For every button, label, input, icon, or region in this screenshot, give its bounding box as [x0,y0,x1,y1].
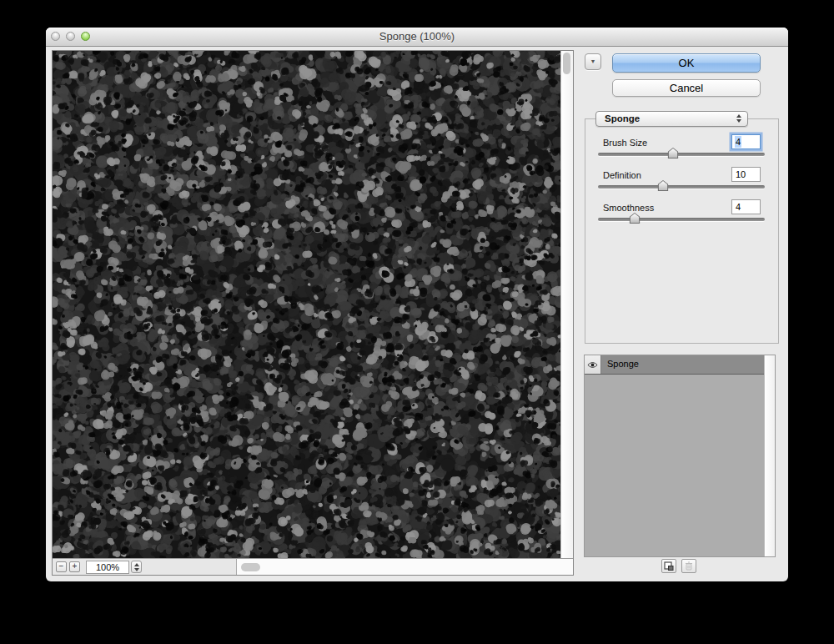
brush-size-slider[interactable] [598,147,765,158]
smoothness-slider-thumb[interactable] [630,213,641,224]
effect-layer-row[interactable]: Sponge [585,355,764,375]
zoom-in-button[interactable]: + [69,561,80,572]
vertical-scrollbar-thumb[interactable] [563,53,570,74]
panel-disclosure-button[interactable]: ▼ [585,53,601,70]
definition-slider[interactable] [598,179,765,191]
ok-button[interactable]: OK [612,53,761,73]
filter-preview-pane: − + 100% [52,50,574,576]
stepper-down-icon [134,568,139,571]
effect-layers-panel: Sponge [584,355,776,557]
window-title: Sponge (100%) [46,28,788,46]
preview-horizontal-scrollbar[interactable] [236,559,573,575]
stepper-up-icon [134,563,139,566]
zoom-button[interactable] [81,32,90,41]
eye-icon [587,361,598,369]
cancel-button[interactable]: Cancel [612,79,761,97]
slider-track[interactable] [598,185,765,189]
preview-vertical-scrollbar[interactable] [560,51,573,558]
smoothness-value: 4 [735,201,741,213]
zoom-level-field[interactable]: 100% [86,561,129,574]
new-effect-layer-button[interactable] [661,559,676,573]
layers-scrollbar[interactable] [764,355,775,556]
trash-icon [685,561,693,571]
zoom-stepper[interactable] [131,561,142,573]
disclosure-triangle-icon: ▼ [590,58,596,64]
horizontal-scrollbar-thumb[interactable] [241,563,260,571]
filter-preview-canvas[interactable] [53,51,560,558]
filter-select-dropdown[interactable]: Sponge [595,111,748,127]
layer-visibility-toggle[interactable] [585,355,601,374]
brush-size-value: 4 [735,136,741,148]
new-effect-layer-icon [664,561,674,571]
sponge-filter-dialog: Sponge (100%) − + 100% ▼ OK Cancel Spong… [46,28,788,581]
definition-slider-thumb[interactable] [658,180,669,191]
close-button [51,32,60,41]
definition-value: 10 [735,169,746,180]
smoothness-slider[interactable] [598,212,765,224]
slider-track[interactable] [598,218,765,221]
effect-layer-name: Sponge [601,355,639,374]
minimize-button [66,32,75,41]
brush-size-slider-thumb[interactable] [668,148,679,158]
preview-status-bar: − + 100% [53,558,573,575]
zoom-out-button[interactable]: − [56,561,67,572]
dropdown-arrows-icon [736,114,741,123]
window-titlebar[interactable]: Sponge (100%) [46,28,788,47]
slider-track[interactable] [598,153,765,156]
filter-select-value: Sponge [605,112,640,126]
delete-effect-layer-button [681,559,696,573]
